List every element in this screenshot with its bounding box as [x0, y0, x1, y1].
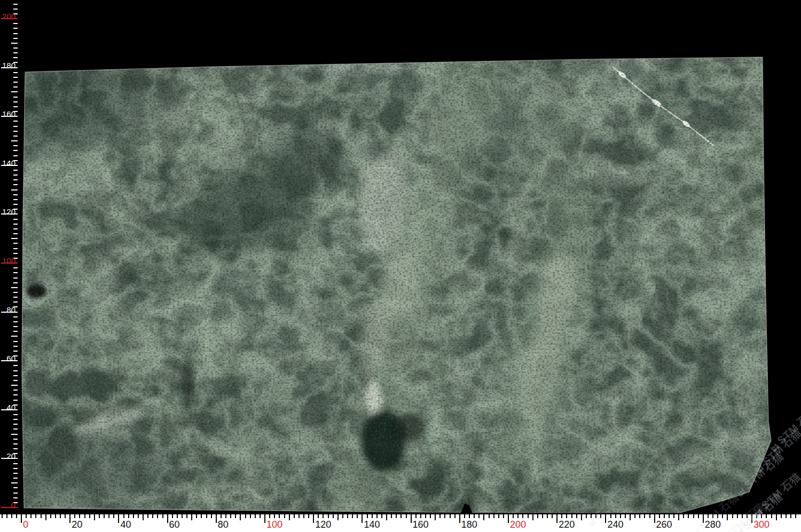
ruler-tick: [13, 9, 18, 10]
ruler-tick: [152, 514, 153, 518]
ruler-tick: [240, 514, 241, 520]
ruler-tick: [13, 390, 18, 391]
ruler-tick: [13, 463, 18, 464]
ruler-tick: [13, 121, 18, 122]
ruler-tick: [89, 514, 90, 518]
ruler-tick: [556, 514, 557, 523]
ruler-label: 160: [0, 110, 15, 118]
ruler-tick: [328, 514, 329, 518]
ruler-tick: [333, 514, 334, 518]
ruler-tick: [400, 514, 402, 518]
ruler-tick: [761, 514, 762, 518]
ruler-tick: [420, 514, 421, 518]
ruler-tick: [790, 514, 791, 518]
ruler-tick: [439, 514, 441, 518]
ruler-tick: [206, 514, 207, 518]
ruler-tick: [250, 514, 251, 518]
ruler-tick: [483, 514, 484, 520]
ruler-tick: [221, 514, 222, 518]
ruler-tick: [600, 514, 601, 518]
ruler-label: 200: [0, 12, 15, 21]
ruler-tick: [113, 514, 114, 518]
ruler-tick: [274, 514, 275, 518]
ruler-tick: [323, 514, 324, 518]
ruler-tick: [576, 514, 577, 518]
ruler-tick: [269, 514, 270, 518]
ruler-tick: [172, 514, 173, 518]
ruler-tick: [13, 394, 18, 395]
ruler-tick: [561, 514, 562, 518]
ruler-tick: [712, 514, 713, 518]
ruler-tick: [13, 72, 18, 73]
ruler-tick: [79, 514, 80, 518]
ruler-tick: [11, 91, 18, 92]
ruler-tick: [211, 514, 212, 518]
ruler-tick: [104, 514, 105, 518]
ruler-tick: [11, 336, 18, 337]
ruler-tick: [299, 514, 300, 518]
ruler-tick: [581, 514, 582, 520]
ruler-tick: [678, 514, 679, 520]
ruler-tick: [289, 514, 290, 520]
ruler-tick: [11, 385, 18, 386]
ruler-tick: [513, 514, 514, 518]
ruler-tick: [94, 514, 95, 520]
slab-texture: [0, 0, 801, 532]
ruler-tick: [308, 514, 309, 518]
ruler-tick: [542, 514, 543, 518]
ruler-tick: [708, 514, 709, 518]
ruler-tick: [294, 514, 295, 518]
ruler-tick: [625, 514, 626, 518]
ruler-tick: [6, 514, 7, 518]
ruler-tick: [123, 514, 124, 518]
ruler-tick: [2, 514, 3, 518]
ruler-tick: [586, 514, 587, 518]
ruler-label: 220: [559, 520, 575, 530]
ruler-tick: [683, 514, 684, 518]
ruler-tick: [367, 514, 368, 518]
ruler-tick: [41, 514, 42, 518]
ruler-tick: [547, 514, 548, 518]
ruler-tick: [644, 514, 645, 518]
ruler-tick: [717, 514, 718, 518]
ruler-tick: [13, 282, 18, 283]
ruler-tick: [357, 514, 358, 518]
ruler-tick: [503, 514, 504, 518]
ruler-tick: [65, 514, 66, 518]
ruler-tick: [630, 514, 631, 520]
ruler-tick: [591, 514, 592, 518]
ruler-tick: [45, 514, 46, 520]
ruler-tick: [737, 514, 738, 518]
ruler-tick: [13, 468, 18, 469]
ruler-tick: [69, 514, 70, 523]
ruler-tick: [13, 38, 18, 39]
ruler-tick: [133, 514, 134, 518]
ruler-tick: [450, 514, 451, 518]
ruler-label: 20: [72, 520, 82, 530]
ruler-tick: [16, 514, 17, 518]
ruler-tick: [786, 514, 787, 518]
ruler-tick: [260, 514, 261, 518]
ruler-label: 60: [0, 354, 15, 363]
ruler-tick: [673, 514, 674, 518]
ruler-tick: [693, 514, 694, 518]
ruler-tick: [13, 23, 18, 24]
ruler-tick: [11, 43, 18, 44]
ruler-tick: [698, 514, 699, 518]
ruler-tick: [13, 301, 18, 303]
ruler-label: 180: [0, 61, 15, 70]
ruler-tick: [411, 514, 412, 523]
ruler-tick: [13, 101, 18, 102]
ruler-tick: [415, 514, 417, 518]
ruler-tick: [99, 514, 100, 518]
ruler-tick: [747, 514, 748, 518]
ruler-tick: [13, 33, 18, 34]
ruler-tick: [493, 514, 494, 518]
ruler-tick: [191, 514, 192, 520]
ruler-tick: [13, 145, 18, 146]
ruler-tick: [347, 514, 348, 518]
ruler-label: 120: [315, 520, 331, 530]
ruler-tick: [649, 514, 650, 518]
ruler-tick: [756, 514, 757, 518]
ruler-label: 300: [753, 520, 769, 530]
